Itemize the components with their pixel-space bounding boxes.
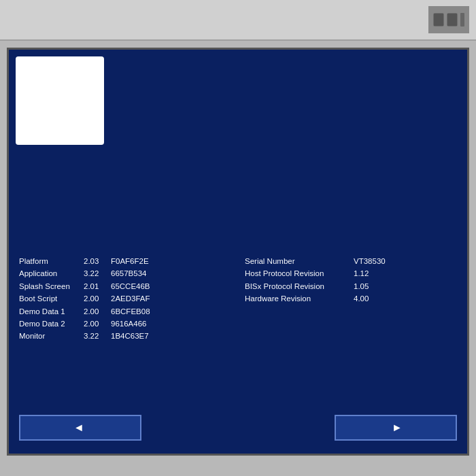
row-hash: 65CCE46B (111, 280, 150, 292)
row-label: Demo Data 2 (19, 318, 84, 330)
row-version: 2.00 (84, 292, 111, 305)
row-label: Splash Screen (19, 280, 84, 292)
content-area: Platform 2.03 F0AF6F2E Application 3.22 … (9, 243, 467, 454)
top-bar (0, 0, 476, 41)
row-hash: 6BCFEB08 (111, 305, 150, 318)
row-label: Host Protocol Revision (245, 267, 354, 279)
row-label: BISx Protocol Revision (245, 280, 354, 292)
row-version: 2.00 (84, 305, 111, 318)
table-row: Application 3.22 6657B534 (19, 267, 231, 279)
svg-rect-1 (447, 13, 458, 27)
row-label: Monitor (19, 330, 84, 342)
row-label: Serial Number (245, 255, 354, 267)
info-grid: Platform 2.03 F0AF6F2E Application 3.22 … (19, 255, 457, 409)
table-row: Splash Screen 2.01 65CCE46B (19, 280, 231, 292)
table-row: Serial Number VT38530 (245, 255, 457, 267)
svg-rect-2 (460, 13, 464, 27)
row-version: 3.22 (84, 330, 111, 342)
left-arrow-icon: ◄ (73, 422, 84, 434)
outer-frame: Platform 2.03 F0AF6F2E Application 3.22 … (0, 0, 476, 476)
display-preview (16, 56, 104, 145)
row-label: Boot Script (19, 292, 84, 305)
row-hash: F0AF6F2E (111, 255, 149, 267)
table-row: Boot Script 2.00 2AED3FAF (19, 292, 231, 305)
row-hash: 6657B534 (111, 267, 146, 279)
row-hash: 1B4C63E7 (111, 330, 149, 342)
row-value: VT38530 (354, 255, 386, 267)
table-row: Platform 2.03 F0AF6F2E (19, 255, 231, 267)
svg-rect-0 (433, 13, 444, 27)
table-row: Host Protocol Revision 1.12 (245, 267, 457, 279)
row-label: Application (19, 267, 84, 279)
right-arrow-icon: ► (392, 422, 403, 434)
row-hash: 9616A466 (111, 318, 146, 330)
table-row: Monitor 3.22 1B4C63E7 (19, 330, 231, 342)
row-label: Demo Data 1 (19, 305, 84, 318)
monitor-screen: Platform 2.03 F0AF6F2E Application 3.22 … (7, 48, 469, 456)
return-to-previous-menu-button[interactable]: ◄ (19, 415, 141, 441)
row-version: 3.22 (84, 267, 111, 279)
table-row: BISx Protocol Revision 1.05 (245, 280, 457, 292)
table-row: Demo Data 2 2.00 9616A466 (19, 318, 231, 330)
row-label: Hardware Revision (245, 292, 354, 305)
row-version: 2.01 (84, 280, 111, 292)
table-row: Hardware Revision 4.00 (245, 292, 457, 305)
table-row: Demo Data 1 2.00 6BCFEB08 (19, 305, 231, 318)
more-button[interactable]: ► (335, 415, 457, 441)
buttons-row: ◄ ► (19, 409, 457, 443)
left-column: Platform 2.03 F0AF6F2E Application 3.22 … (19, 255, 231, 409)
device-logo (428, 6, 469, 33)
row-version: 2.00 (84, 318, 111, 330)
row-value: 1.05 (354, 280, 369, 292)
right-column: Serial Number VT38530 Host Protocol Revi… (245, 255, 457, 409)
row-value: 1.12 (354, 267, 369, 279)
row-label: Platform (19, 255, 84, 267)
row-version: 2.03 (84, 255, 111, 267)
row-hash: 2AED3FAF (111, 292, 150, 305)
row-value: 4.00 (354, 292, 369, 305)
